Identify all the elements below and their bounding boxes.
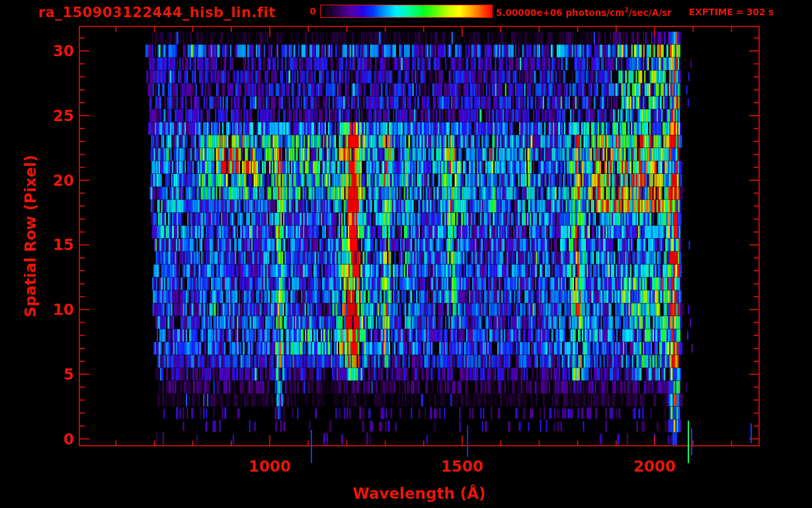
page-title: ra_150903122444_hisb_lin.fit — [38, 5, 276, 21]
y-axis-title: Spatial Row (Pixel) — [22, 155, 39, 318]
colorbar-units-post: /sec/A/sr — [629, 7, 672, 18]
x-axis-title: Wavelength (Å) — [352, 485, 485, 502]
idl-plot-window: ra_150903122444_hisb_lin.fit 0 5.00000e+… — [0, 0, 812, 508]
colorbar-max-label: 5.00000e+06 photons/cm2/sec/A/sr — [496, 7, 672, 18]
exptime-label: EXPTIME = 302 s — [689, 7, 774, 17]
colorbar-gradient — [320, 5, 493, 18]
colorbar-min-label: 0 — [294, 6, 316, 17]
colorbar-units-pre: photons/cm — [563, 7, 625, 18]
spectrogram-canvas[interactable] — [0, 0, 812, 508]
colorbar-max-value: 5.00000e+06 — [496, 7, 563, 18]
